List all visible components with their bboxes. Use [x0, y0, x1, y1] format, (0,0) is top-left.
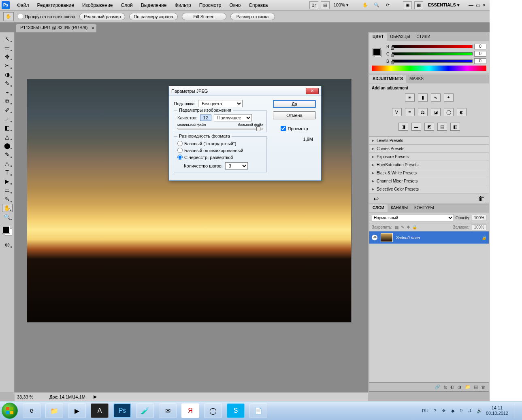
quickmask-icon[interactable]: ◎ [2, 240, 13, 248]
panel-fg-swatch[interactable] [373, 48, 380, 55]
taskbar-app-a-icon[interactable]: A [91, 403, 109, 418]
brush-tool[interactable]: ⧉ [2, 97, 13, 105]
start-button[interactable] [2, 403, 18, 419]
quick-select-tool[interactable]: ✂ [2, 62, 13, 70]
menu-view[interactable]: Просмотр [195, 1, 226, 10]
lock-position-icon[interactable]: ✥ [407, 225, 410, 229]
crop-tool[interactable]: ◑ [2, 70, 13, 78]
marquee-tool[interactable]: ▭ [2, 44, 13, 52]
history-brush-tool[interactable]: ⟋ [2, 115, 13, 123]
r-slider[interactable] [392, 45, 473, 48]
status-zoom[interactable]: 33,33 % [17, 395, 41, 399]
taskbar-ie-icon[interactable]: e [23, 403, 40, 418]
bridge-icon[interactable]: Br [309, 1, 318, 9]
adj-trash-icon[interactable]: 🗑 [478, 195, 485, 201]
tray-clock[interactable]: 14:11 08.10.2012 [486, 405, 508, 416]
tab-masks[interactable]: MASKS [406, 75, 427, 83]
b-slider[interactable] [392, 59, 473, 63]
pen-tool[interactable]: △ [2, 159, 13, 168]
adj-return-icon[interactable]: ↩ [373, 195, 379, 201]
color-swatches[interactable] [1, 225, 13, 237]
adj-curves-icon[interactable]: ∿ [431, 93, 441, 102]
gradient-tool[interactable]: △ [2, 133, 13, 141]
cancel-button[interactable]: Отмена [273, 111, 316, 119]
foreground-swatch[interactable] [2, 226, 10, 233]
scans-select[interactable]: 3 [225, 162, 248, 170]
preset-channel-mixer[interactable]: ▶Channel Mixer Presets [369, 177, 489, 185]
hand-tool[interactable]: ✋ [2, 204, 13, 212]
window-close-icon[interactable]: × [483, 2, 486, 8]
preset-levels[interactable]: ▶Levels Presets [369, 136, 489, 144]
layer-thumbnail[interactable] [381, 233, 393, 242]
dodge-tool[interactable]: ✎ [2, 151, 13, 159]
print-size-button[interactable]: Размер оттиска [230, 13, 275, 20]
new-fill-adj-icon[interactable]: ◑ [458, 384, 462, 390]
lock-all-icon[interactable]: 🔒 [412, 225, 417, 229]
layer-visibility-icon[interactable]: 👁 [372, 235, 377, 240]
zoom-tool[interactable]: 🔍 [2, 213, 13, 221]
layer-row-background[interactable]: 👁 Задний план 🔒 [369, 231, 489, 244]
new-layer-icon[interactable]: ▤ [474, 384, 478, 390]
preset-bw[interactable]: ▶Black & White Presets [369, 169, 489, 177]
spectrum-ramp[interactable] [372, 66, 486, 71]
new-group-icon[interactable]: 📁 [465, 384, 471, 390]
taskbar-photoshop-icon[interactable]: Ps [113, 403, 131, 418]
lock-pixels-icon[interactable]: ✎ [401, 225, 404, 229]
adj-hue-icon[interactable]: ≡ [405, 108, 415, 116]
zoom-dropdown[interactable]: 100% ▾ [332, 2, 350, 8]
adj-vibrance-icon[interactable]: V [392, 108, 402, 116]
adj-exposure-icon[interactable]: ± [444, 93, 454, 102]
preset-hue[interactable]: ▶Hue/Saturation Presets [369, 161, 489, 169]
matte-select[interactable]: Без цвета [198, 100, 243, 107]
shape-tool[interactable]: ▭ [2, 186, 13, 194]
screen-mode-icon[interactable]: ▣ [403, 1, 412, 9]
tab-color[interactable]: ЦВЕТ [369, 33, 387, 41]
adj-levels-icon[interactable]: ▮ [418, 93, 428, 102]
b-value[interactable]: 0 [474, 58, 486, 64]
rotate-icon[interactable]: ⟳ [384, 1, 392, 9]
format-baseline-optimized[interactable]: Базовый оптимизированный [177, 147, 263, 154]
tab-layers[interactable]: СЛОИ [369, 204, 388, 212]
arrange-icon[interactable]: ▦ [414, 1, 423, 9]
move-tool[interactable]: ↖ [2, 35, 13, 43]
adj-gradient-map-icon[interactable]: ▤ [437, 123, 447, 131]
tray-lang[interactable]: RU [422, 408, 428, 413]
path-select-tool[interactable]: ▶ [2, 177, 13, 185]
filmstrip-icon[interactable]: ▤ [321, 1, 330, 9]
blend-mode-select[interactable]: Нормальный [372, 214, 454, 221]
tray-volume-icon[interactable]: 🔊 [476, 407, 483, 414]
quality-input[interactable] [200, 115, 211, 121]
preset-curves[interactable]: ▶Curves Presets [369, 144, 489, 153]
dialog-close-button[interactable]: ✕ [306, 88, 319, 94]
panel-swatches[interactable] [372, 47, 383, 58]
adj-bw-icon[interactable]: ◪ [431, 108, 441, 116]
actual-pixels-button[interactable]: Реальный размер [79, 13, 125, 20]
menu-help[interactable]: Справка [245, 1, 272, 10]
hand-icon[interactable]: ✋ [361, 1, 370, 9]
adj-balance-icon[interactable]: ⚖ [418, 108, 428, 116]
quality-slider-thumb[interactable] [256, 126, 260, 131]
document-tab[interactable]: P1130550.JPG @ 33,3% (RGB/8) × [16, 24, 96, 32]
adj-threshold-icon[interactable]: ◩ [424, 123, 434, 131]
type-tool[interactable]: T [2, 168, 13, 176]
ok-button[interactable]: Да [273, 100, 316, 108]
taskbar-notepad-icon[interactable]: 📄 [249, 403, 267, 418]
delete-layer-icon[interactable]: 🗑 [481, 385, 486, 390]
taskbar-explorer-icon[interactable]: 📁 [45, 403, 63, 418]
layer-fx-icon[interactable]: fx [443, 385, 447, 390]
menu-edit[interactable]: Редактирование [33, 1, 78, 10]
taskbar-media-icon[interactable]: ▶ [68, 403, 86, 418]
workspace-dropdown[interactable]: ESSENTIALS ▾ [426, 2, 462, 8]
menu-window[interactable]: Окно [225, 1, 245, 10]
preview-checkbox[interactable]: Просмотр [281, 126, 308, 131]
adj-selective-color-icon[interactable]: ◧ [450, 123, 460, 131]
menu-select[interactable]: Выделение [137, 1, 171, 10]
taskbar-chrome-icon[interactable]: ◯ [204, 403, 222, 418]
notes-tool[interactable]: ✎ [2, 195, 13, 203]
menu-image[interactable]: Изображение [78, 1, 117, 10]
lasso-tool[interactable]: ✥ [2, 53, 13, 61]
layer-mask-icon[interactable]: ◐ [450, 384, 454, 390]
tab-adjustments[interactable]: ADJUSTMENTS [369, 75, 406, 83]
menu-file[interactable]: Файл [13, 1, 33, 10]
status-doc-size[interactable]: Док: 14,1M/14,1M [49, 395, 85, 399]
